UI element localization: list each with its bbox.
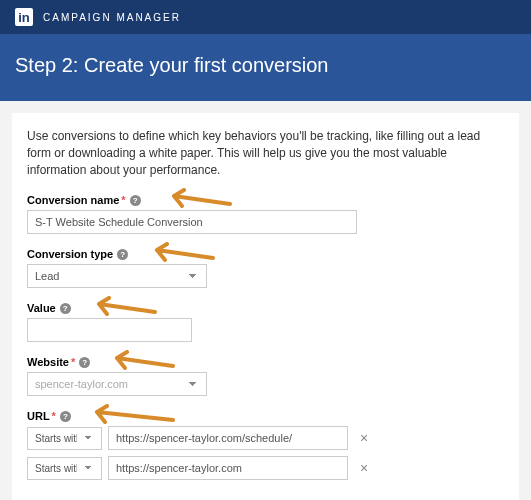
clear-url-icon[interactable]: × [354,460,374,476]
clear-url-icon[interactable]: × [354,430,374,446]
conversion-type-select[interactable]: Lead [27,264,207,288]
conversion-type-label: Conversion type ? [27,248,504,260]
intro-text: Use conversions to define which key beha… [27,128,504,178]
app-title: CAMPAIGN MANAGER [43,12,181,23]
url-label: URL* ? [27,410,504,422]
help-icon[interactable]: ? [117,249,128,260]
url-row: Starts with × [27,456,504,480]
help-icon[interactable]: ? [60,411,71,422]
form-panel: Use conversions to define which key beha… [12,113,519,500]
help-icon[interactable]: ? [79,357,90,368]
value-input[interactable] [27,318,192,342]
linkedin-logo-icon: in [15,8,33,26]
step-title: Step 2: Create your first conversion [15,54,516,77]
required-asterisk: * [52,410,56,422]
required-asterisk: * [121,194,125,206]
website-label: Website* ? [27,356,504,368]
conversion-name-label: Conversion name* ? [27,194,504,206]
website-select[interactable]: spencer-taylor.com [27,372,207,396]
url-input[interactable] [108,426,348,450]
url-match-select[interactable]: Starts with [27,457,102,480]
url-match-select[interactable]: Starts with [27,427,102,450]
conversion-name-input[interactable] [27,210,357,234]
required-asterisk: * [71,356,75,368]
help-icon[interactable]: ? [130,195,141,206]
step-header: Step 2: Create your first conversion [0,34,531,101]
url-input[interactable] [108,456,348,480]
help-icon[interactable]: ? [60,303,71,314]
url-row: Starts with × [27,426,504,450]
value-label: Value ? [27,302,504,314]
app-header: in CAMPAIGN MANAGER [0,0,531,34]
